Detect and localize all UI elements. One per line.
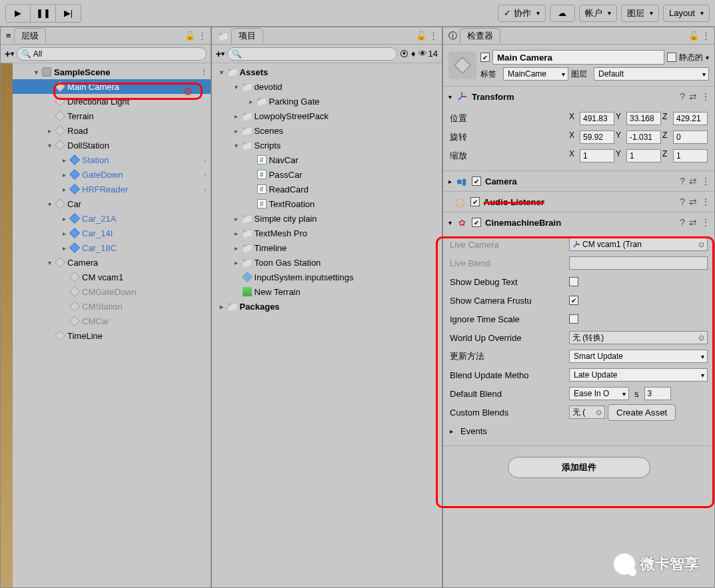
account-dropdown[interactable]: 帐户▾ bbox=[579, 5, 617, 22]
scale-z-input[interactable] bbox=[673, 149, 708, 162]
dollstation-node[interactable]: ▾ DollStation bbox=[13, 138, 211, 152]
car18c-node[interactable]: ▸ Car_18C bbox=[13, 240, 211, 255]
script-item[interactable]: #PassCar bbox=[212, 167, 442, 182]
show-frustum-checkbox[interactable]: ✔ bbox=[569, 296, 578, 305]
preset-icon[interactable]: ⇄ bbox=[689, 91, 697, 102]
cmvcam1-node[interactable]: CM vcam1 bbox=[13, 270, 211, 284]
live-camera-ref[interactable]: CM vcam1 (Tran⊙ bbox=[569, 238, 708, 251]
asset-item[interactable]: InputSystem.inputsettings bbox=[212, 270, 442, 284]
rot-x-input[interactable] bbox=[580, 131, 614, 144]
scale-y-input[interactable] bbox=[626, 149, 661, 162]
hidden-count[interactable]: 👁 14 bbox=[418, 49, 438, 59]
prefab-arrow-icon[interactable]: › bbox=[204, 156, 207, 164]
cloud-button[interactable]: ☁ bbox=[550, 5, 575, 22]
timeline-node[interactable]: TimeLine bbox=[13, 328, 211, 343]
scene-node[interactable]: ▾ SampleScene ⋮ bbox=[13, 65, 211, 79]
object-name-input[interactable] bbox=[492, 50, 664, 65]
static-checkbox[interactable] bbox=[667, 53, 676, 62]
component-menu-icon[interactable]: ⋮ bbox=[701, 217, 709, 228]
camera-enabled-checkbox[interactable]: ✔ bbox=[472, 176, 481, 186]
events-fold-icon[interactable]: ▸ bbox=[450, 428, 458, 435]
object-picker-icon[interactable]: ⊙ bbox=[698, 334, 704, 342]
help-icon[interactable]: ? bbox=[680, 176, 685, 186]
hierarchy-tab[interactable]: 层级 bbox=[14, 28, 46, 43]
folder-item[interactable]: ▸Simple city plain bbox=[212, 211, 442, 226]
update-method-dropdown[interactable]: Smart Update bbox=[569, 350, 708, 363]
help-icon[interactable]: ? bbox=[680, 196, 685, 207]
rot-y-input[interactable] bbox=[626, 131, 661, 144]
favorite-icon[interactable]: ♦ bbox=[411, 49, 416, 59]
packages-folder[interactable]: ▸Packages bbox=[212, 299, 442, 314]
folder-item[interactable]: ▸Parking Gate bbox=[212, 94, 442, 109]
station-node[interactable]: ▸ Station › bbox=[13, 152, 211, 167]
hierarchy-search[interactable]: 🔍 bbox=[17, 47, 207, 61]
lock-icon[interactable]: 🔓 bbox=[185, 31, 195, 41]
folder-item[interactable]: ▸Scenes bbox=[212, 123, 442, 138]
hierarchy-menu-icon[interactable]: ⋮ bbox=[198, 31, 205, 41]
script-item[interactable]: #ReadCard bbox=[212, 182, 442, 196]
help-icon[interactable]: ? bbox=[680, 217, 685, 228]
folder-item[interactable]: ▸LowpolyStreetPack bbox=[212, 109, 442, 123]
cmcar-node[interactable]: CMCar bbox=[13, 314, 211, 328]
directional-light-node[interactable]: Directional Light bbox=[13, 94, 211, 109]
component-menu-icon[interactable]: ⋮ bbox=[701, 91, 709, 102]
fold-icon[interactable]: ▾ bbox=[448, 219, 452, 226]
tag-dropdown[interactable]: MainCame bbox=[503, 67, 568, 81]
pos-x-input[interactable] bbox=[580, 112, 614, 125]
rot-z-input[interactable] bbox=[673, 131, 708, 144]
world-up-ref[interactable]: 无 (转换)⊙ bbox=[569, 331, 708, 344]
car14i-node[interactable]: ▸ Car_14I bbox=[13, 226, 211, 240]
object-icon[interactable] bbox=[448, 51, 476, 79]
project-tab[interactable]: 项目 bbox=[231, 28, 263, 43]
preset-icon[interactable]: ⇄ bbox=[689, 176, 697, 186]
prefab-arrow-icon[interactable]: › bbox=[204, 185, 207, 193]
filter-icon[interactable]: ⦿ bbox=[400, 49, 408, 59]
hrfreader-node[interactable]: ▸ HRFReader › bbox=[13, 182, 211, 196]
folder-item[interactable]: ▸Toon Gas Station bbox=[212, 255, 442, 270]
create-asset-button[interactable]: Create Asset bbox=[608, 404, 676, 421]
script-item[interactable]: #NavCar bbox=[212, 152, 442, 167]
fold-icon[interactable] bbox=[448, 198, 450, 206]
default-blend-dropdown[interactable]: Ease In O bbox=[569, 387, 629, 400]
help-icon[interactable]: ? bbox=[680, 91, 685, 102]
cinemachine-enabled-checkbox[interactable]: ✔ bbox=[472, 218, 481, 227]
audio-enabled-checkbox[interactable]: ✔ bbox=[470, 197, 480, 206]
lock-icon[interactable]: 🔓 bbox=[688, 31, 699, 41]
main-camera-node[interactable]: Main Camera bbox=[13, 79, 211, 94]
prefab-arrow-icon[interactable]: › bbox=[204, 170, 207, 178]
pause-button[interactable]: ❚❚ bbox=[31, 4, 56, 23]
assets-folder[interactable]: ▾Assets bbox=[212, 65, 442, 79]
object-picker-icon[interactable]: ⊙ bbox=[698, 240, 704, 249]
custom-blends-ref[interactable]: 无 (⊙ bbox=[569, 406, 605, 419]
layout-dropdown[interactable]: Layout▾ bbox=[663, 5, 710, 22]
project-menu-icon[interactable]: ⋮ bbox=[429, 31, 436, 41]
collab-dropdown[interactable]: ✓协作▾ bbox=[498, 5, 546, 22]
folder-item[interactable]: ▸TextMesh Pro bbox=[212, 226, 442, 240]
layers-dropdown[interactable]: 图层▾ bbox=[621, 5, 659, 22]
preset-icon[interactable]: ⇄ bbox=[689, 217, 697, 228]
inspector-menu-icon[interactable]: ⋮ bbox=[702, 31, 709, 41]
project-add-button[interactable]: +▾ bbox=[216, 48, 225, 59]
add-component-button[interactable]: 添加组件 bbox=[508, 457, 650, 478]
gatedown-node[interactable]: ▸ GateDown › bbox=[13, 167, 211, 182]
show-debug-checkbox[interactable] bbox=[569, 277, 578, 286]
folder-item[interactable]: ▾Scripts bbox=[212, 138, 442, 152]
default-blend-num-input[interactable] bbox=[644, 387, 671, 400]
ignore-time-checkbox[interactable] bbox=[569, 314, 578, 324]
pos-y-input[interactable] bbox=[626, 112, 661, 125]
terrain-node[interactable]: Terrain bbox=[13, 109, 211, 123]
layer-dropdown[interactable]: Default bbox=[594, 67, 709, 81]
fold-icon[interactable]: ▾ bbox=[448, 93, 452, 101]
road-node[interactable]: ▸ Road bbox=[13, 123, 211, 138]
preset-icon[interactable]: ⇄ bbox=[689, 196, 697, 207]
component-menu-icon[interactable]: ⋮ bbox=[701, 176, 709, 186]
cmgatedown-node[interactable]: CMGateDown bbox=[13, 284, 211, 299]
folder-item[interactable]: ▸Timeline bbox=[212, 240, 442, 255]
asset-item[interactable]: New Terrain bbox=[212, 284, 442, 299]
folder-item[interactable]: ▾devotid bbox=[212, 79, 442, 94]
hierarchy-add-button[interactable]: +▾ bbox=[5, 48, 14, 59]
cmstation-node[interactable]: CMStation bbox=[13, 299, 211, 314]
project-search[interactable]: 🔍 bbox=[227, 47, 397, 61]
step-button[interactable]: ▶| bbox=[56, 4, 81, 23]
project-search-input[interactable] bbox=[244, 49, 392, 59]
